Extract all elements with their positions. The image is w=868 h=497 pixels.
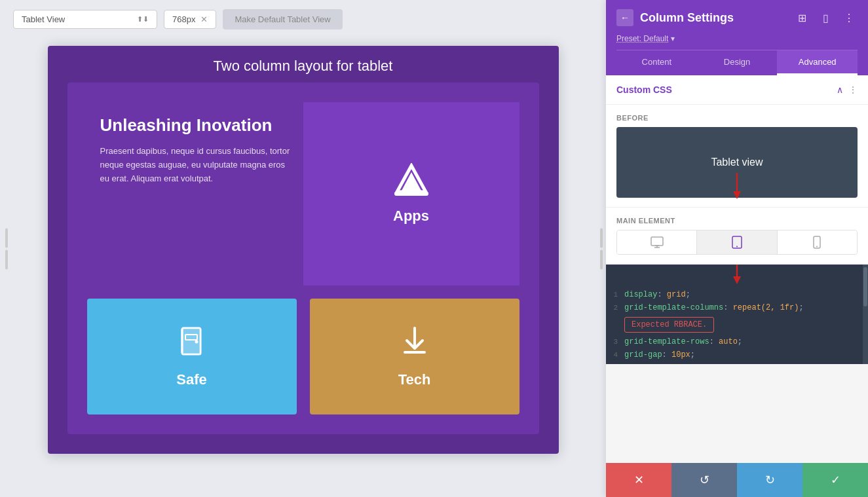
px-input[interactable]: 768px ✕	[164, 10, 216, 29]
svg-marker-21	[733, 276, 741, 284]
tab-design[interactable]: Design	[697, 50, 778, 75]
panel-header-icons: ⊞ ▯ ⋮	[793, 9, 858, 26]
panel-title: Column Settings	[640, 11, 734, 25]
download-icon	[398, 325, 431, 363]
tablet-icon	[732, 236, 742, 249]
split-icon[interactable]: ▯	[817, 9, 834, 26]
text-heading: Unleashing Inovation	[100, 115, 290, 136]
code-line-2: 2 grid-template-columns: repeat(2, 1fr);	[606, 301, 868, 314]
px-value: 768px	[172, 14, 195, 24]
css-more-icon[interactable]: ⋮	[848, 84, 858, 95]
collapse-icon[interactable]: ∧	[837, 84, 843, 95]
undo-button[interactable]: ↺	[671, 463, 737, 497]
code-red-arrow	[731, 265, 743, 284]
safe-cell: Safe	[87, 299, 297, 414]
before-label: Before	[616, 114, 858, 122]
panel-back: ← Column Settings	[616, 9, 734, 26]
tech-label: Tech	[398, 371, 431, 388]
resize-icon[interactable]: ⊞	[793, 9, 810, 26]
panel-actions: ✕ ↺ ↻ ✓	[606, 463, 868, 497]
apps-icon	[392, 163, 431, 197]
device-tab-mobile[interactable]	[778, 230, 857, 254]
main-element-section: Main Element	[606, 208, 868, 265]
door-icon	[176, 325, 208, 363]
desktop-icon	[651, 236, 664, 248]
make-default-button[interactable]: Make Default Tablet View	[223, 9, 342, 29]
apps-label: Apps	[393, 208, 429, 225]
before-section: Before Tablet view	[606, 105, 868, 208]
tab-advanced[interactable]: Advanced	[777, 50, 858, 75]
device-tab-tablet[interactable]	[697, 230, 777, 254]
code-line-3: 3 grid-template-rows: auto;	[606, 335, 868, 348]
right-resize-handle[interactable]	[600, 228, 603, 269]
svg-point-7	[195, 341, 198, 344]
cancel-button[interactable]: ✕	[606, 463, 671, 497]
code-line-1: 1 display: grid;	[606, 288, 868, 301]
css-section-header: Custom CSS ∧ ⋮	[606, 75, 868, 105]
preset-label[interactable]: Preset: Default ▾	[616, 34, 858, 43]
mobile-icon	[813, 236, 821, 249]
panel-body: Custom CSS ∧ ⋮ Before Tablet view	[606, 75, 868, 463]
page-title: Two column layout for tablet	[48, 46, 559, 83]
svg-point-17	[736, 246, 738, 248]
css-section-title: Custom CSS	[616, 84, 672, 95]
panel-tabs: Content Design Advanced	[616, 50, 858, 75]
text-body: Praesent dapibus, neque id cursus faucib…	[100, 145, 290, 185]
panel-header: ← Column Settings ⊞ ▯ ⋮ Preset: Default …	[606, 0, 868, 75]
code-line-4: 4 grid-gap: 10px;	[606, 348, 868, 361]
confirm-button[interactable]: ✓	[802, 463, 868, 497]
page-inner: Unleashing Inovation Praesent dapibus, n…	[67, 83, 539, 434]
back-button[interactable]: ←	[616, 9, 633, 26]
svg-marker-11	[733, 191, 741, 199]
view-selector[interactable]: Tablet View ⬆⬇	[13, 10, 157, 29]
device-tab-desktop[interactable]	[617, 230, 697, 254]
css-section: Custom CSS ∧ ⋮ Before Tablet view	[606, 75, 868, 364]
redo-button[interactable]: ↻	[737, 463, 802, 497]
svg-point-19	[816, 246, 818, 248]
error-box: Expected RBRACE.	[624, 317, 714, 333]
red-arrow	[731, 173, 743, 199]
svg-rect-9	[404, 351, 426, 354]
text-cell: Unleashing Inovation Praesent dapibus, n…	[87, 102, 303, 285]
svg-rect-6	[181, 329, 183, 353]
close-icon[interactable]: ✕	[200, 14, 208, 24]
scrollbar-track[interactable]	[863, 265, 868, 364]
scrollbar-thumb	[863, 267, 867, 306]
code-editor[interactable]: 1 display: grid; 2 grid-template-columns…	[606, 265, 868, 364]
main-element-label: Main Element	[616, 217, 858, 225]
safe-label: Safe	[176, 371, 206, 388]
device-tabs	[616, 230, 858, 255]
css-section-controls: ∧ ⋮	[837, 84, 858, 95]
page-frame: Two column layout for tablet Unleashing …	[48, 46, 559, 454]
top-row: Unleashing Inovation Praesent dapibus, n…	[87, 102, 519, 285]
error-line: Expected RBRACE.	[606, 314, 868, 335]
view-selector-label: Tablet View	[22, 14, 65, 24]
bottom-row: Safe Tech	[87, 299, 519, 414]
view-selector-arrows: ⬆⬇	[137, 15, 149, 24]
svg-rect-12	[651, 237, 663, 246]
tablet-view-label: Tablet view	[711, 156, 763, 168]
canvas-area: Two column layout for tablet Unleashing …	[0, 39, 606, 497]
tablet-preview: Tablet view	[616, 127, 858, 198]
svg-rect-2	[394, 192, 428, 196]
apps-cell: Apps	[303, 102, 519, 285]
more-options-icon[interactable]: ⋮	[840, 9, 858, 26]
tab-content[interactable]: Content	[616, 50, 697, 75]
left-resize-handle[interactable]	[5, 228, 8, 269]
panel-header-top: ← Column Settings ⊞ ▯ ⋮	[616, 9, 858, 26]
tech-cell: Tech	[310, 299, 519, 414]
settings-panel: ← Column Settings ⊞ ▯ ⋮ Preset: Default …	[606, 0, 868, 497]
